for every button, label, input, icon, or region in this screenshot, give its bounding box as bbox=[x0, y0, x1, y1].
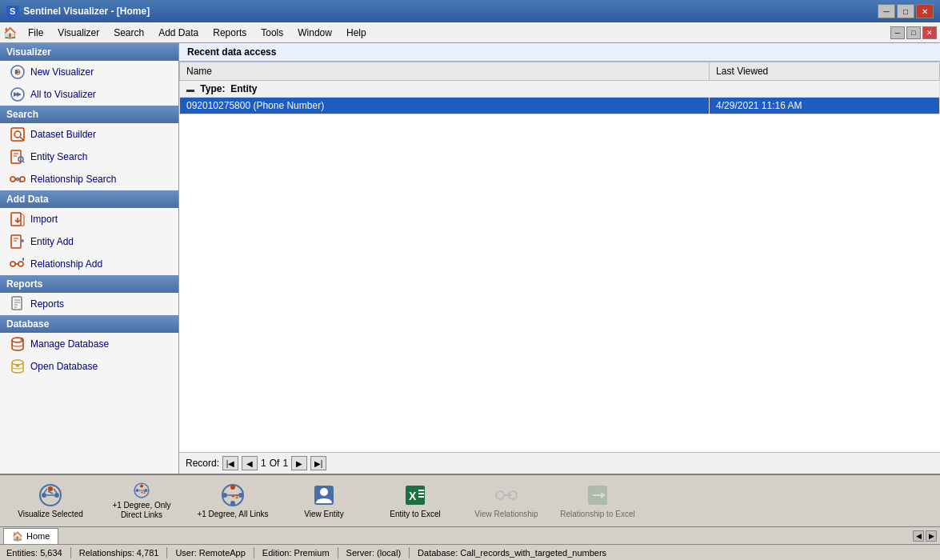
entity-search-icon bbox=[10, 149, 26, 165]
import-label: Import bbox=[30, 214, 58, 225]
view-relationship-button[interactable]: View Relationship bbox=[462, 478, 550, 524]
tab-nav-left[interactable]: ◀ bbox=[913, 530, 924, 542]
svg-point-38 bbox=[48, 486, 53, 491]
menu-file[interactable]: File bbox=[22, 25, 50, 41]
record-label: Record: bbox=[186, 458, 219, 469]
svg-point-36 bbox=[42, 493, 46, 498]
app-icon: S bbox=[6, 6, 18, 17]
table-row[interactable]: 092010275800 (Phone Number) 4/29/2021 11… bbox=[180, 98, 940, 114]
new-visualizer-label: New Visualizer bbox=[30, 66, 94, 78]
nav-next[interactable]: ▶ bbox=[291, 456, 307, 470]
svg-point-12 bbox=[20, 177, 25, 182]
svg-point-22 bbox=[10, 262, 15, 266]
svg-point-11 bbox=[10, 177, 15, 182]
col-header-name: Name bbox=[180, 62, 710, 81]
home-menu-icon[interactable]: 🏠 bbox=[3, 26, 17, 39]
svg-rect-27 bbox=[12, 297, 22, 310]
sidebar-item-import[interactable]: Import bbox=[0, 208, 178, 230]
svg-point-51 bbox=[230, 501, 235, 506]
view-entity-icon bbox=[311, 482, 337, 508]
main-panel: Recent data access Name Last Viewed ▬ Ty… bbox=[179, 43, 940, 474]
relationship-search-icon bbox=[10, 171, 26, 187]
menu-window[interactable]: Window bbox=[291, 25, 338, 41]
relationship-excel-icon bbox=[585, 482, 610, 508]
view-relationship-label: View Relationship bbox=[474, 510, 538, 519]
tab-nav: ◀ ▶ bbox=[913, 530, 937, 542]
dataset-builder-icon bbox=[10, 126, 26, 142]
svg-point-42 bbox=[135, 489, 138, 492]
status-database: Database: Call_records_with_targeted_num… bbox=[418, 548, 606, 558]
sidebar-item-open-database[interactable]: Open Database bbox=[0, 355, 178, 378]
relationship-to-excel-button[interactable]: Relationship to Excel bbox=[554, 478, 642, 524]
sidebar-item-manage-database[interactable]: Manage Database bbox=[0, 333, 178, 355]
menu-help[interactable]: Help bbox=[340, 25, 373, 41]
svg-point-49 bbox=[238, 493, 243, 498]
sidebar-item-reports[interactable]: Reports bbox=[0, 293, 178, 315]
mdi-minimize[interactable]: ─ bbox=[890, 26, 905, 39]
menu-reports[interactable]: Reports bbox=[206, 25, 253, 41]
table-header-row: Name Last Viewed bbox=[180, 62, 940, 81]
sidebar-section-add-data: Add Data bbox=[0, 190, 178, 208]
menu-visualizer[interactable]: Visualizer bbox=[51, 25, 106, 41]
sidebar: Visualizer New Visualizer All to Visuali… bbox=[0, 43, 179, 474]
svg-point-37 bbox=[54, 493, 59, 498]
restore-button[interactable]: □ bbox=[897, 4, 914, 18]
sidebar-section-database: Database bbox=[0, 315, 178, 333]
sidebar-section-visualizer: Visualizer bbox=[0, 43, 178, 61]
tab-home[interactable]: 🏠 Home bbox=[3, 528, 58, 544]
plus1-all-icon: +1 bbox=[220, 482, 246, 508]
relationship-add-label: Relationship Add bbox=[30, 258, 102, 270]
menu-tools[interactable]: Tools bbox=[254, 25, 290, 41]
nav-first[interactable]: |◀ bbox=[222, 456, 238, 470]
mdi-close[interactable]: ✕ bbox=[922, 26, 937, 39]
plus1-direct-icon: +1 bbox=[129, 482, 154, 499]
plus1-all-button[interactable]: +1 +1 Degree, All Links bbox=[189, 478, 277, 524]
svg-line-5 bbox=[20, 137, 23, 140]
sidebar-item-new-visualizer[interactable]: New Visualizer bbox=[0, 61, 178, 83]
svg-point-4 bbox=[14, 131, 21, 138]
nav-last[interactable]: ▶| bbox=[310, 456, 326, 470]
status-edition: Edition: Premium bbox=[262, 548, 330, 558]
svg-rect-16 bbox=[11, 213, 21, 226]
menu-search[interactable]: Search bbox=[107, 25, 150, 41]
new-visualizer-icon bbox=[10, 64, 26, 80]
collapse-button[interactable]: ▬ bbox=[186, 85, 194, 94]
status-divider-5 bbox=[409, 547, 410, 558]
type-group-entity: ▬ Type: Entity bbox=[180, 81, 940, 98]
sidebar-section-search: Search bbox=[0, 106, 178, 123]
nav-prev[interactable]: ◀ bbox=[242, 456, 258, 470]
minimize-button[interactable]: ─ bbox=[878, 4, 895, 18]
reports-label: Reports bbox=[30, 298, 64, 310]
sidebar-item-relationship-search[interactable]: Relationship Search bbox=[0, 168, 178, 190]
panel-header: Recent data access bbox=[179, 43, 940, 62]
visualize-selected-button[interactable]: Visualize Selected bbox=[6, 478, 94, 524]
view-entity-label: View Entity bbox=[304, 510, 343, 519]
tab-nav-right[interactable]: ▶ bbox=[926, 530, 937, 542]
window-title: Sentinel Visualizer - [Home] bbox=[23, 6, 150, 17]
close-button[interactable]: ✕ bbox=[916, 4, 934, 18]
sidebar-item-entity-add[interactable]: Entity Add bbox=[0, 230, 178, 253]
svg-point-61 bbox=[496, 491, 504, 499]
status-divider-3 bbox=[254, 547, 254, 558]
entity-to-excel-button[interactable]: X Entity to Excel bbox=[371, 478, 459, 524]
plus1-direct-button[interactable]: +1 +1 Degree, Only Direct Links bbox=[98, 478, 186, 524]
sidebar-item-relationship-add[interactable]: Relationship Add bbox=[0, 253, 178, 275]
table-container[interactable]: Name Last Viewed ▬ Type: Entity 09201027… bbox=[179, 62, 940, 452]
entity-add-icon bbox=[10, 234, 26, 250]
entity-to-excel-icon: X bbox=[402, 482, 428, 508]
all-visualizer-icon bbox=[10, 86, 26, 102]
status-server: Server: (local) bbox=[346, 548, 401, 558]
visualize-selected-icon bbox=[38, 482, 63, 508]
record-current: 1 bbox=[261, 458, 266, 469]
sidebar-item-dataset-builder[interactable]: Dataset Builder bbox=[0, 123, 178, 146]
view-relationship-icon bbox=[494, 482, 519, 508]
menu-bar: 🏠 File Visualizer Search Add Data Report… bbox=[0, 22, 940, 43]
svg-text:+1: +1 bbox=[231, 493, 239, 500]
view-entity-button[interactable]: View Entity bbox=[280, 478, 368, 524]
sidebar-item-entity-search[interactable]: Entity Search bbox=[0, 146, 178, 168]
menu-add-data[interactable]: Add Data bbox=[152, 25, 205, 41]
sidebar-item-all-to-visualizer[interactable]: All to Visualizer bbox=[0, 83, 178, 106]
mdi-restore[interactable]: □ bbox=[906, 26, 921, 39]
title-bar-left: S Sentinel Visualizer - [Home] bbox=[6, 6, 150, 17]
title-bar-controls: ─ □ ✕ bbox=[878, 4, 934, 18]
